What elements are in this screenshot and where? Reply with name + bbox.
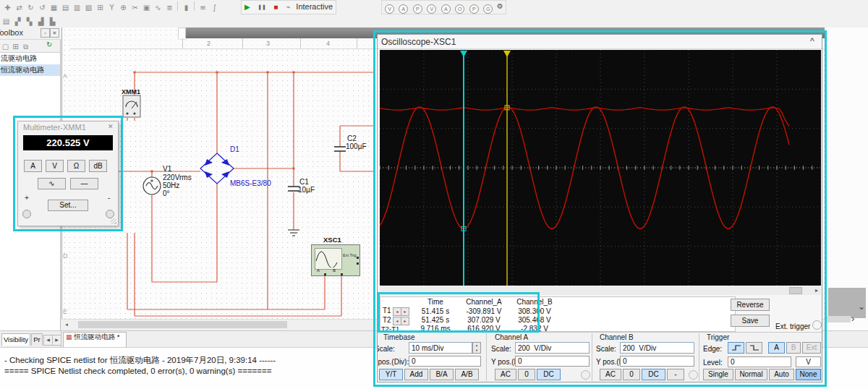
chevron-down-icon[interactable]: ⌄ [858, 302, 865, 312]
tab-project[interactable]: Pr [31, 333, 43, 346]
stop-button[interactable]: ■ [273, 3, 278, 11]
channel-b-ac-button[interactable]: AC [600, 369, 621, 380]
oscilloscope-window[interactable]: Oscilloscope-XSC1 ^ ▸ T1 ◂ ▸ T2 ◂ ▸ T2-T… [377, 34, 822, 382]
probe-current-ref-icon[interactable]: A [441, 4, 451, 14]
collapse-icon[interactable]: ^ [810, 36, 814, 46]
sheet-tab-active[interactable]: ▦ 恒流驱动电路 * [63, 332, 127, 347]
channel-b-ypos-input[interactable]: 0 [620, 356, 694, 367]
resize-grip[interactable] [111, 218, 116, 224]
xsc1-instrument-icon[interactable]: Ext Trig A B [311, 244, 360, 276]
multimeter-close-icon[interactable]: ✕ [108, 123, 114, 130]
toolbar-icon[interactable]: ▥ [72, 2, 82, 13]
d1-partnumber[interactable]: MB6S-E3/80 [230, 179, 271, 187]
c1-refdes[interactable]: C1 [299, 178, 309, 186]
graph-view-icon[interactable]: ▟ [35, 16, 46, 27]
toolbar-icon[interactable]: ▮ [181, 2, 192, 13]
spinner-up-icon[interactable]: ▲ [473, 343, 480, 348]
timebase-scale-input[interactable]: 10 ms/Div [409, 342, 472, 354]
channel-a-scale-input[interactable]: 200 V/Div [515, 342, 590, 354]
trigger-a-button[interactable]: A [768, 342, 785, 354]
t1-right-button[interactable]: ▸ [401, 307, 409, 316]
mode-ohms-button[interactable]: Ω [67, 160, 85, 172]
tree-item-circuit[interactable]: 流驱动电路 [0, 53, 60, 64]
scroll-left-button[interactable]: ◂ [62, 320, 71, 329]
reverse-button[interactable]: Reverse [731, 299, 770, 311]
probe-settings-gear-icon[interactable]: ⚙ [497, 2, 503, 10]
trigger-level-input[interactable]: 0 [728, 356, 791, 367]
toolbar-icon[interactable]: ≣ [164, 2, 175, 13]
ba-button[interactable]: B/A [430, 369, 454, 380]
v1-refdes[interactable]: V1 [163, 165, 171, 173]
toolbox-collapse-button[interactable]: ▫ [41, 28, 50, 38]
channel-a-dc-button[interactable]: DC [537, 369, 561, 380]
toolbar-icon[interactable]: ▦ [48, 2, 59, 13]
probe-current-icon[interactable]: A [399, 4, 408, 14]
toolbar-icon[interactable]: ▧ [83, 2, 94, 13]
set-button[interactable]: Set... [48, 200, 88, 211]
trigger-b-button[interactable]: B [786, 342, 801, 354]
c2-refdes[interactable]: C2 [347, 134, 357, 142]
toolbar-icon[interactable]: ⊕ [118, 2, 129, 13]
pause-button[interactable]: ❚❚ [258, 4, 266, 9]
graph-view-icon[interactable]: ▞ [12, 16, 23, 27]
copy-icon[interactable]: ⧉ [21, 42, 30, 51]
single-button[interactable]: Single [703, 369, 733, 380]
rising-edge-button[interactable] [728, 342, 744, 354]
trigger-level-unit[interactable]: V [796, 356, 821, 367]
toolbar-icon[interactable]: Y [106, 2, 117, 13]
xsc1-label[interactable]: XSC1 [323, 236, 341, 244]
toolbar-icon[interactable]: ≡ [197, 2, 208, 13]
toolbar-icon[interactable]: ✂ [129, 2, 140, 13]
positive-terminal[interactable] [22, 210, 31, 218]
probe-param-icon[interactable]: P [469, 4, 479, 14]
toolbar-icon[interactable]: ▤ [60, 2, 71, 13]
graph-view-icon[interactable]: ▚ [24, 16, 35, 27]
add-button[interactable]: Add [404, 369, 428, 380]
toolbar-icon[interactable]: ⇄ [14, 2, 25, 13]
probe-voltage-ref-icon[interactable]: V [427, 4, 436, 14]
spinner-down-icon[interactable]: ▼ [473, 348, 480, 353]
toolbar-icon[interactable]: ∿ [153, 2, 163, 13]
scope-screen[interactable] [380, 50, 821, 286]
scroll-thumb[interactable] [78, 321, 287, 328]
new-schematic-icon[interactable]: ▢ [1, 42, 10, 51]
xmm1-label[interactable]: XMM1 [122, 88, 140, 95]
mode-volts-button[interactable]: V [46, 160, 64, 172]
open-folder-icon[interactable]: ⊞ [11, 42, 20, 51]
scope-scroll-thumb[interactable] [789, 287, 802, 294]
probe-power-icon[interactable]: P [413, 4, 422, 14]
timebase-xpos-input[interactable]: 0 [409, 356, 481, 367]
save-button[interactable]: Save [731, 315, 770, 327]
refresh-icon[interactable]: ↻ [46, 40, 52, 48]
t2-right-button[interactable]: ▸ [401, 317, 409, 325]
negative-terminal[interactable] [106, 210, 114, 218]
falling-edge-button[interactable] [746, 342, 762, 354]
channel-a-ac-button[interactable]: AC [495, 369, 516, 380]
channel-a-zero-button[interactable]: 0 [518, 369, 535, 380]
probe-gain-icon[interactable]: G [483, 4, 493, 14]
toolbar-icon[interactable]: ▣ [141, 2, 152, 13]
multimeter-dialog[interactable]: Multimeter-XMM1 ✕ 220.525 V A V Ω dB ∿ —… [17, 121, 119, 226]
tree-item-circuit-selected[interactable]: 恒流驱动电路 [0, 64, 60, 76]
toolbar-icon[interactable]: ↺ [37, 2, 48, 13]
channel-b-minus-button[interactable]: - [667, 369, 684, 380]
probe-voltage-icon[interactable]: V [385, 4, 394, 14]
tab-visibility[interactable]: Visibility [1, 333, 30, 346]
auto-button[interactable]: Auto [769, 369, 794, 380]
channel-b-dc-button[interactable]: DC [642, 369, 665, 380]
toolbox-close-button[interactable]: ✕ [50, 28, 59, 38]
scope-scroll-right-icon[interactable]: ▸ [812, 286, 821, 295]
toolbar-icon[interactable]: ↻ [25, 2, 36, 13]
trigger-ext-button[interactable]: Ext [802, 342, 821, 354]
arrow-right-icon[interactable]: › [851, 313, 854, 324]
toolbar-icon[interactable]: ∫ [209, 2, 220, 13]
d1-refdes[interactable]: D1 [230, 145, 239, 153]
channel-b-scale-input[interactable]: 200 V/Div [620, 342, 694, 354]
mode-db-button[interactable]: dB [89, 160, 107, 172]
ac-mode-button[interactable]: ∿ [38, 178, 66, 189]
probe-osc-icon[interactable]: O [455, 4, 464, 14]
none-button[interactable]: None [796, 369, 821, 380]
run-button[interactable]: ▶ [244, 3, 250, 11]
graph-view-icon[interactable]: ▤ [1, 16, 12, 27]
yt-button[interactable]: Y/T [379, 369, 403, 380]
